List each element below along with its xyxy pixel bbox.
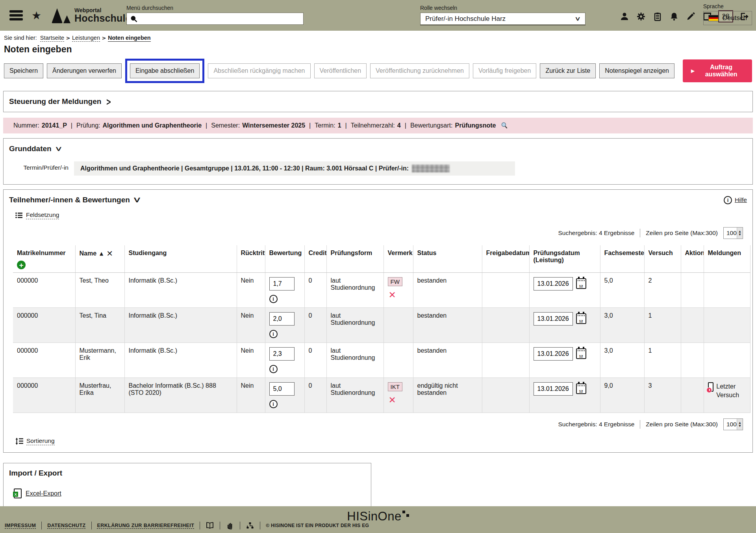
exam-info-label: Prüfung: [76,122,100,129]
book-icon[interactable] [206,521,214,530]
gear-icon[interactable] [636,11,647,22]
breadcrumb-prefix: Sie sind hier: [4,35,37,41]
info-icon[interactable]: i [269,365,278,373]
user-icon[interactable] [619,11,630,22]
search-input[interactable] [126,13,304,25]
calendar-icon[interactable] [576,313,586,324]
divider [41,522,42,529]
header-inner: Credits [309,250,322,257]
auftrag-auswaehlen-button[interactable]: ▶Auftrag auswählen [683,59,752,82]
redacted-pruefer-name [412,165,450,172]
grade-input[interactable] [269,382,295,396]
divider [640,420,640,429]
calendar-icon[interactable] [576,278,586,289]
add-row-icon[interactable]: + [17,261,26,269]
column-header-freigabedatum: Freigabedatum [482,245,529,273]
sortierung-link[interactable]: Sortierung [15,437,55,445]
vermerk-badge: IKT [388,382,402,391]
spinner-arrows-icon[interactable]: ▲▼ [737,228,743,239]
sitemap-icon[interactable] [246,521,254,530]
header-inner: Versuch [649,250,677,257]
magnifier-icon[interactable] [500,122,508,130]
cell-name: Test, Theo [75,273,124,308]
cell-aktionen [681,308,704,343]
footer-link-erkl-rung-zur-barrierefreiheit[interactable]: ERKLÄRUNG ZUR BARRIEREFREIHEIT [97,523,195,528]
remove-vermerk-icon[interactable]: ✕ [389,291,396,300]
grade-input[interactable] [269,347,295,361]
grade-input[interactable] [269,312,295,326]
brand-square-icon [402,511,405,513]
rows-per-page-input[interactable]: 100 ▲▼ [723,227,743,239]
exam-date-input[interactable] [534,277,573,291]
column-label: Freigabedatum [486,250,530,257]
column-label: Aktionen [685,250,704,257]
calendar-icon[interactable] [576,348,586,359]
divider: | [344,122,348,129]
toolbar-button--nderungen-verwerfen[interactable]: Änderungen verwerfen [47,63,122,78]
remove-sort-icon[interactable]: ✕ [106,250,113,257]
toolbar-button-notenspiegel-anzeigen[interactable]: Notenspiegel anzeigen [599,63,674,78]
info-icon[interactable]: i [269,295,278,303]
cell-fachsemester: 9,0 [600,378,644,413]
menu-search: Menü durchsuchen [126,5,304,25]
favorite-star-icon[interactable]: ★ [32,9,41,22]
import-export-title: Import / Export [4,463,371,483]
clipboard-icon[interactable] [652,11,663,22]
table-row: 000000Mustermann, ErikInformatik (B.Sc.)… [13,343,750,378]
role-switch: Rolle wechseln Prüfer/-in Hochschule Har… [420,5,586,25]
meldungen-title: Steuerung der Meldungen [9,97,101,106]
column-header-pr-fungsdatum-leistung-: Prüfungsdatum(Leistung) [529,245,600,273]
role-select[interactable]: Prüfer/-in Hochschule Harz > [420,13,586,25]
breadcrumb-item-3[interactable]: Noten eingeben [108,35,151,42]
cell-ruecktritt: Nein [237,308,265,343]
cell-meldungen [704,308,750,343]
menu-icon[interactable] [9,10,23,20]
meldungen-header[interactable]: Steuerung der Meldungen > [4,91,752,112]
cell-vermerk [384,308,413,343]
exam-info-value: Wintersemester 2025 [242,122,305,129]
cell-freigabedatum [482,343,529,378]
breadcrumb-item-1[interactable]: Startseite [40,35,64,42]
excel-export-link[interactable]: Excel-Export [14,489,61,498]
rows-per-page-input[interactable]: 100 ▲▼ [723,418,743,430]
sign-language-icon[interactable] [226,521,234,530]
calendar-icon[interactable] [576,383,586,394]
column-label: Studiengang [129,250,167,257]
spinner-arrows-icon[interactable]: ▲▼ [737,419,743,430]
footer-link-impressum[interactable]: IMPRESSUM [5,523,36,528]
cell-bewertung: i [265,378,304,413]
column-label: Matrikelnummer [17,250,66,257]
feldsetzung-link[interactable]: Feldsetzung [15,211,59,219]
footer-link-datenschutz[interactable]: DATENSCHUTZ [47,523,85,528]
exam-date-input[interactable] [534,382,573,396]
pdf-last-attempt-icon[interactable] [708,382,714,392]
cell-ruecktritt: Nein [237,343,265,378]
info-icon[interactable]: i [269,400,278,408]
bell-icon[interactable] [669,11,680,22]
breadcrumb-item-2[interactable]: Leistungen [72,35,100,42]
toolbar-button-eingabe-abschlie-en[interactable]: Eingabe abschließen [130,63,200,78]
exam-date-input[interactable] [534,312,573,326]
cell-credits: 0 [304,378,326,413]
exam-date-input[interactable] [534,347,573,361]
header-inner: Aktionen [685,250,700,257]
chevron-down-icon: > [574,17,582,21]
remove-vermerk-icon[interactable]: ✕ [389,396,396,405]
participants-title-row[interactable]: Teilnehmer/-innen & Bewertungen > [9,196,141,204]
cell-name: Test, Tina [75,308,124,343]
column-header-aktionen: Aktionen [681,245,704,273]
cell-studiengang: Bachelor Informatik (B.Sc.) 888 (STO 202… [124,378,237,413]
pencil-icon[interactable] [685,11,696,22]
toolbar-button-zur-ck-zur-liste[interactable]: Zurück zur Liste [540,63,596,78]
grunddaten-header[interactable]: Grunddaten > [4,139,752,159]
language-select[interactable]: Deutsch [703,11,752,25]
grade-input[interactable] [269,277,295,291]
info-icon[interactable]: i [269,330,278,338]
divider [220,522,220,529]
toolbar-button-speichern[interactable]: Speichern [4,63,43,78]
sort-ascending-icon[interactable]: ▲ [100,251,103,256]
cell-ruecktritt: Nein [237,273,265,308]
help-link[interactable]: i Hilfe [724,196,747,204]
divider: | [403,122,408,129]
chevron-down-icon: > [53,146,65,151]
